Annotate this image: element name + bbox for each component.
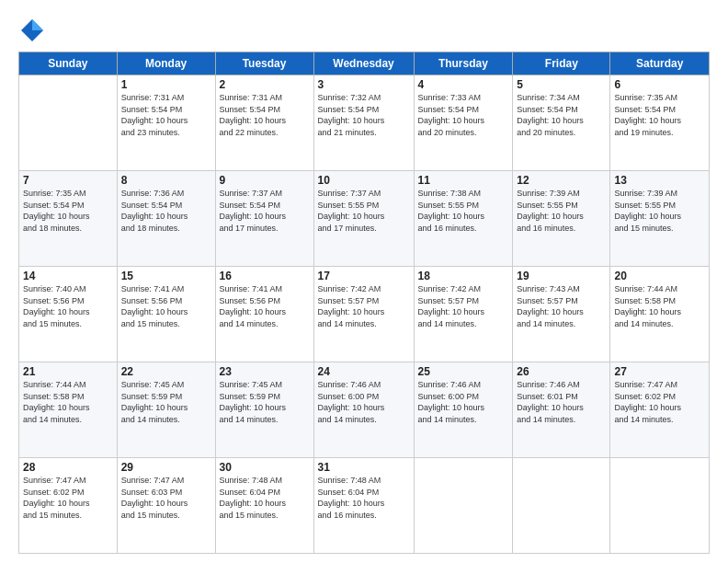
calendar-cell <box>610 458 710 554</box>
day-number: 7 <box>23 174 113 187</box>
cell-info: Sunrise: 7:45 AM Sunset: 5:59 PM Dayligh… <box>121 379 211 425</box>
cell-info: Sunrise: 7:39 AM Sunset: 5:55 PM Dayligh… <box>614 188 705 234</box>
calendar-cell: 31Sunrise: 7:48 AM Sunset: 6:04 PM Dayli… <box>313 458 414 554</box>
calendar-cell: 30Sunrise: 7:48 AM Sunset: 6:04 PM Dayli… <box>215 458 313 554</box>
day-number: 6 <box>614 78 705 91</box>
cell-info: Sunrise: 7:37 AM Sunset: 5:55 PM Dayligh… <box>318 188 410 234</box>
day-number: 29 <box>121 461 211 474</box>
cell-info: Sunrise: 7:44 AM Sunset: 5:58 PM Dayligh… <box>614 283 705 329</box>
svg-marker-1 <box>32 19 43 30</box>
calendar-cell: 13Sunrise: 7:39 AM Sunset: 5:55 PM Dayli… <box>610 171 710 267</box>
day-number: 21 <box>23 365 113 378</box>
cell-info: Sunrise: 7:43 AM Sunset: 5:57 PM Dayligh… <box>517 283 606 329</box>
calendar-cell <box>513 458 610 554</box>
cell-info: Sunrise: 7:38 AM Sunset: 5:55 PM Dayligh… <box>418 188 509 234</box>
calendar-cell: 18Sunrise: 7:42 AM Sunset: 5:57 PM Dayli… <box>414 267 513 362</box>
cell-info: Sunrise: 7:46 AM Sunset: 6:00 PM Dayligh… <box>418 379 509 425</box>
weekday-header-saturday: Saturday <box>610 52 710 75</box>
cell-info: Sunrise: 7:32 AM Sunset: 5:54 PM Dayligh… <box>318 92 410 138</box>
day-number: 23 <box>220 365 310 378</box>
calendar-cell: 29Sunrise: 7:47 AM Sunset: 6:03 PM Dayli… <box>117 458 215 554</box>
cell-info: Sunrise: 7:47 AM Sunset: 6:03 PM Dayligh… <box>121 475 211 521</box>
day-number: 11 <box>418 174 509 187</box>
day-number: 20 <box>614 270 705 282</box>
cell-info: Sunrise: 7:48 AM Sunset: 6:04 PM Dayligh… <box>220 475 310 521</box>
cell-info: Sunrise: 7:42 AM Sunset: 5:57 PM Dayligh… <box>318 283 410 329</box>
calendar-cell: 8Sunrise: 7:36 AM Sunset: 5:54 PM Daylig… <box>117 171 215 267</box>
calendar-cell <box>414 458 513 554</box>
calendar-cell: 20Sunrise: 7:44 AM Sunset: 5:58 PM Dayli… <box>610 267 710 362</box>
calendar-cell: 28Sunrise: 7:47 AM Sunset: 6:02 PM Dayli… <box>19 458 118 554</box>
week-row-1: 1Sunrise: 7:31 AM Sunset: 5:54 PM Daylig… <box>19 75 710 171</box>
calendar-cell: 16Sunrise: 7:41 AM Sunset: 5:56 PM Dayli… <box>215 267 313 362</box>
page: SundayMondayTuesdayWednesdayThursdayFrid… <box>0 0 728 563</box>
calendar-cell: 10Sunrise: 7:37 AM Sunset: 5:55 PM Dayli… <box>313 171 414 267</box>
calendar-cell: 7Sunrise: 7:35 AM Sunset: 5:54 PM Daylig… <box>19 171 118 267</box>
week-row-4: 21Sunrise: 7:44 AM Sunset: 5:58 PM Dayli… <box>19 362 710 458</box>
calendar-cell: 26Sunrise: 7:46 AM Sunset: 6:01 PM Dayli… <box>513 362 610 458</box>
cell-info: Sunrise: 7:34 AM Sunset: 5:54 PM Dayligh… <box>517 92 606 138</box>
calendar-cell: 6Sunrise: 7:35 AM Sunset: 5:54 PM Daylig… <box>610 75 710 171</box>
day-number: 24 <box>318 365 410 378</box>
day-number: 8 <box>121 174 211 187</box>
calendar-cell: 1Sunrise: 7:31 AM Sunset: 5:54 PM Daylig… <box>117 75 215 171</box>
day-number: 28 <box>23 461 113 474</box>
cell-info: Sunrise: 7:40 AM Sunset: 5:56 PM Dayligh… <box>23 283 113 329</box>
day-number: 22 <box>121 365 211 378</box>
calendar-cell: 22Sunrise: 7:45 AM Sunset: 5:59 PM Dayli… <box>117 362 215 458</box>
cell-info: Sunrise: 7:33 AM Sunset: 5:54 PM Dayligh… <box>418 92 509 138</box>
cell-info: Sunrise: 7:45 AM Sunset: 5:59 PM Dayligh… <box>220 379 310 425</box>
logo-icon <box>18 17 46 44</box>
calendar-table: SundayMondayTuesdayWednesdayThursdayFrid… <box>18 52 710 554</box>
cell-info: Sunrise: 7:35 AM Sunset: 5:54 PM Dayligh… <box>23 188 113 234</box>
weekday-header-wednesday: Wednesday <box>313 52 414 75</box>
day-number: 19 <box>517 270 606 282</box>
calendar-cell: 21Sunrise: 7:44 AM Sunset: 5:58 PM Dayli… <box>19 362 118 458</box>
day-number: 10 <box>318 174 410 187</box>
day-number: 5 <box>517 78 606 91</box>
calendar-cell: 12Sunrise: 7:39 AM Sunset: 5:55 PM Dayli… <box>513 171 610 267</box>
calendar-cell: 11Sunrise: 7:38 AM Sunset: 5:55 PM Dayli… <box>414 171 513 267</box>
day-number: 12 <box>517 174 606 187</box>
week-row-3: 14Sunrise: 7:40 AM Sunset: 5:56 PM Dayli… <box>19 267 710 362</box>
calendar-cell: 5Sunrise: 7:34 AM Sunset: 5:54 PM Daylig… <box>513 75 610 171</box>
cell-info: Sunrise: 7:31 AM Sunset: 5:54 PM Dayligh… <box>121 92 211 138</box>
logo <box>18 17 51 44</box>
cell-info: Sunrise: 7:36 AM Sunset: 5:54 PM Dayligh… <box>121 188 211 234</box>
week-row-5: 28Sunrise: 7:47 AM Sunset: 6:02 PM Dayli… <box>19 458 710 554</box>
calendar-cell: 25Sunrise: 7:46 AM Sunset: 6:00 PM Dayli… <box>414 362 513 458</box>
weekday-header-monday: Monday <box>117 52 215 75</box>
calendar-cell: 3Sunrise: 7:32 AM Sunset: 5:54 PM Daylig… <box>313 75 414 171</box>
day-number: 30 <box>220 461 310 474</box>
cell-info: Sunrise: 7:47 AM Sunset: 6:02 PM Dayligh… <box>614 379 705 425</box>
calendar-cell: 9Sunrise: 7:37 AM Sunset: 5:54 PM Daylig… <box>215 171 313 267</box>
header <box>18 17 710 44</box>
cell-info: Sunrise: 7:42 AM Sunset: 5:57 PM Dayligh… <box>418 283 509 329</box>
cell-info: Sunrise: 7:47 AM Sunset: 6:02 PM Dayligh… <box>23 475 113 521</box>
cell-info: Sunrise: 7:31 AM Sunset: 5:54 PM Dayligh… <box>220 92 310 138</box>
day-number: 9 <box>220 174 310 187</box>
week-row-2: 7Sunrise: 7:35 AM Sunset: 5:54 PM Daylig… <box>19 171 710 267</box>
cell-info: Sunrise: 7:46 AM Sunset: 6:00 PM Dayligh… <box>318 379 410 425</box>
weekday-header-tuesday: Tuesday <box>215 52 313 75</box>
cell-info: Sunrise: 7:39 AM Sunset: 5:55 PM Dayligh… <box>517 188 606 234</box>
day-number: 3 <box>318 78 410 91</box>
day-number: 17 <box>318 270 410 282</box>
cell-info: Sunrise: 7:46 AM Sunset: 6:01 PM Dayligh… <box>517 379 606 425</box>
calendar-cell: 24Sunrise: 7:46 AM Sunset: 6:00 PM Dayli… <box>313 362 414 458</box>
day-number: 2 <box>220 78 310 91</box>
day-number: 15 <box>121 270 211 282</box>
weekday-header-friday: Friday <box>513 52 610 75</box>
calendar-cell <box>19 75 118 171</box>
cell-info: Sunrise: 7:44 AM Sunset: 5:58 PM Dayligh… <box>23 379 113 425</box>
calendar-cell: 14Sunrise: 7:40 AM Sunset: 5:56 PM Dayli… <box>19 267 118 362</box>
weekday-header-thursday: Thursday <box>414 52 513 75</box>
day-number: 27 <box>614 365 705 378</box>
weekday-header-sunday: Sunday <box>19 52 118 75</box>
day-number: 26 <box>517 365 606 378</box>
day-number: 18 <box>418 270 509 282</box>
cell-info: Sunrise: 7:41 AM Sunset: 5:56 PM Dayligh… <box>220 283 310 329</box>
cell-info: Sunrise: 7:41 AM Sunset: 5:56 PM Dayligh… <box>121 283 211 329</box>
calendar-cell: 19Sunrise: 7:43 AM Sunset: 5:57 PM Dayli… <box>513 267 610 362</box>
calendar-cell: 23Sunrise: 7:45 AM Sunset: 5:59 PM Dayli… <box>215 362 313 458</box>
